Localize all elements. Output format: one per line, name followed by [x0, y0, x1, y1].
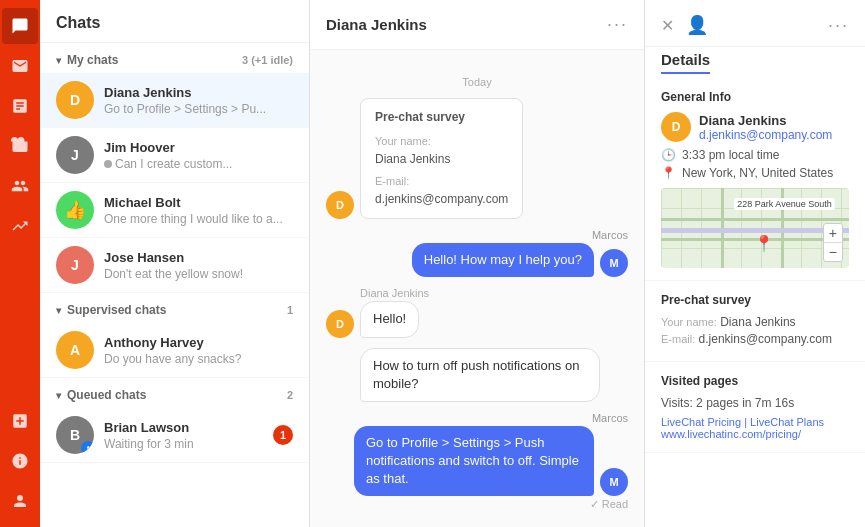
chat-info-jim: Jim Hoover Can I create custom... — [104, 140, 293, 171]
chat-item-michael[interactable]: 👍 Michael Bolt One more thing I would li… — [40, 183, 309, 238]
chat-list: ▾ My chats 3 (+1 idle) D Diana Jenkins G… — [40, 43, 309, 527]
chat-preview-jim: Can I create custom... — [104, 157, 293, 171]
sidebar-title: Chats — [40, 0, 309, 43]
msg-visitor-pushnotif-bubble: How to turn off push notifications on mo… — [360, 348, 600, 402]
prechat-name-value: Diana Jenkins — [375, 151, 508, 168]
chat-item-jim[interactable]: J Jim Hoover Can I create custom... — [40, 128, 309, 183]
prechat-email-detail: E-mail: d.jenkins@company.com — [661, 332, 849, 346]
section-queued-label: Queued chats — [67, 388, 146, 402]
details-more-button[interactable]: ··· — [828, 15, 849, 36]
chat-preview-michael: One more thing I would like to a... — [104, 212, 293, 226]
prechat-email-val-detail: d.jenkins@company.com — [699, 332, 832, 346]
nav-profile[interactable] — [2, 483, 38, 519]
nav-messages[interactable] — [2, 48, 38, 84]
chat-info-anthony: Anthony Harvey Do you have any snacks? — [104, 335, 293, 366]
avatar-anthony: A — [56, 331, 94, 369]
nav-tickets[interactable] — [2, 128, 38, 164]
msg-agent-hello-group: Marcos Hello! How may I help you? M — [412, 229, 628, 277]
detail-user-name: Diana Jenkins — [699, 113, 832, 128]
section-supervised-label: Supervised chats — [67, 303, 166, 317]
details-prechat-survey: Pre-chat survey Your name: Diana Jenkins… — [645, 281, 865, 362]
details-title-wrap: Details — [645, 47, 865, 78]
read-indicator: ✓ Read — [590, 498, 628, 511]
prechat-name-val-detail: Diana Jenkins — [720, 315, 795, 329]
prechat-name-label-detail: Your name: — [661, 316, 717, 328]
avatar-jose: J — [56, 246, 94, 284]
msg-agent-reply-bubble: Go to Profile > Settings > Push notifica… — [354, 426, 594, 497]
chat-preview-anthony: Do you have any snacks? — [104, 352, 293, 366]
details-title: Details — [661, 51, 710, 74]
prechat-email-value: d.jenkins@company.com — [375, 191, 508, 208]
chevron-down-icon-supervised: ▾ — [56, 305, 61, 316]
chevron-down-icon: ▾ — [56, 55, 61, 66]
person-icon[interactable]: 👤 — [686, 14, 708, 36]
chevron-down-icon-queued: ▾ — [56, 390, 61, 401]
msg-visitor-hello-group: Diana Jenkins Hello! — [360, 287, 429, 337]
prechat-title: Pre-chat survey — [375, 109, 508, 126]
msg-prechat-wrap: D Pre-chat survey Your name: Diana Jenki… — [326, 98, 628, 219]
msg-visitor-pushnotif-wrap: How to turn off push notifications on mo… — [326, 348, 628, 402]
nav-contacts[interactable] — [2, 168, 38, 204]
nav-analytics[interactable] — [2, 208, 38, 244]
map-placeholder: 📍 228 Park Avenue South + − — [661, 188, 849, 268]
queued-count: 2 — [287, 389, 293, 401]
visited-pages-info: Visits: 2 pages in 7m 16s — [661, 396, 849, 410]
chat-name-diana: Diana Jenkins — [104, 85, 293, 100]
sidebar: Chats ▾ My chats 3 (+1 idle) D Diana Jen… — [40, 0, 310, 527]
prechat-email-label-detail: E-mail: — [661, 333, 695, 345]
nav-add[interactable] — [2, 403, 38, 439]
msg-visitor-hello-wrap: D Diana Jenkins Hello! — [326, 287, 628, 337]
date-divider: Today — [326, 76, 628, 88]
icon-bar — [0, 0, 40, 527]
details-header-actions: ✕ 👤 — [661, 14, 708, 36]
map-zoom-controls: + − — [823, 223, 843, 262]
prechat-name-label: Your name: — [375, 134, 508, 149]
detail-location-row: 📍 New York, NY, United States — [661, 166, 849, 180]
more-options-button[interactable]: ··· — [607, 14, 628, 35]
chat-info-diana: Diana Jenkins Go to Profile > Settings >… — [104, 85, 293, 116]
visited-page-link-1[interactable]: www.livechatinc.com/pricing/ — [661, 428, 849, 440]
chat-name-brian: Brian Lawson — [104, 420, 263, 435]
detail-local-time: 3:33 pm local time — [682, 148, 779, 162]
visited-pages-title: Visited pages — [661, 374, 849, 388]
detail-email: d.jenkins@company.com — [699, 128, 832, 142]
details-panel: ✕ 👤 ··· Details General Info D Diana Jen… — [645, 0, 865, 527]
visited-page-link-0[interactable]: LiveChat Pricing | LiveChat Plans — [661, 416, 849, 428]
chat-info-michael: Michael Bolt One more thing I would like… — [104, 195, 293, 226]
msg-avatar-diana: D — [326, 191, 354, 219]
chat-item-brian[interactable]: B f Brian Lawson Waiting for 3 min 1 — [40, 408, 309, 463]
avatar-diana: D — [56, 81, 94, 119]
details-general-info: General Info D Diana Jenkins d.jenkins@c… — [645, 78, 865, 281]
section-queued-chats[interactable]: ▾ Queued chats 2 — [40, 378, 309, 408]
section-supervised-chats[interactable]: ▾ Supervised chats 1 — [40, 293, 309, 323]
chat-item-diana[interactable]: D Diana Jenkins Go to Profile > Settings… — [40, 73, 309, 128]
msg-prechat-bubble: Pre-chat survey Your name: Diana Jenkins… — [360, 98, 523, 219]
zoom-out-button[interactable]: − — [824, 243, 842, 261]
msg-avatar-agent: M — [600, 249, 628, 277]
detail-location: New York, NY, United States — [682, 166, 833, 180]
detail-avatar: D — [661, 112, 691, 142]
main-chat: Diana Jenkins ··· Today D Pre-chat surve… — [310, 0, 645, 527]
close-button[interactable]: ✕ — [661, 16, 674, 35]
map-road-1 — [661, 218, 849, 221]
prechat-email-label: E-mail: — [375, 174, 508, 189]
chat-item-anthony[interactable]: A Anthony Harvey Do you have any snacks? — [40, 323, 309, 378]
nav-chat[interactable] — [2, 8, 38, 44]
clock-icon: 🕒 — [661, 148, 676, 162]
chat-name-michael: Michael Bolt — [104, 195, 293, 210]
map-main-road — [661, 228, 849, 233]
msg-avatar-diana-2: D — [326, 310, 354, 338]
msg-agent-hello-bubble: Hello! How may I help you? — [412, 243, 594, 277]
chat-header: Diana Jenkins ··· — [310, 0, 644, 50]
avatar-michael: 👍 — [56, 191, 94, 229]
chat-badge-brian: 1 — [273, 425, 293, 445]
zoom-in-button[interactable]: + — [824, 224, 842, 243]
msg-agent-hello-wrap: Marcos Hello! How may I help you? M — [326, 229, 628, 277]
nav-reports[interactable] — [2, 88, 38, 124]
section-my-chats[interactable]: ▾ My chats 3 (+1 idle) — [40, 43, 309, 73]
msg-visitor-hello-bubble: Hello! — [360, 301, 419, 337]
location-icon: 📍 — [661, 166, 676, 180]
detail-user-row: D Diana Jenkins d.jenkins@company.com — [661, 112, 849, 142]
chat-item-jose[interactable]: J Jose Hansen Don't eat the yellow snow! — [40, 238, 309, 293]
nav-settings[interactable] — [2, 443, 38, 479]
